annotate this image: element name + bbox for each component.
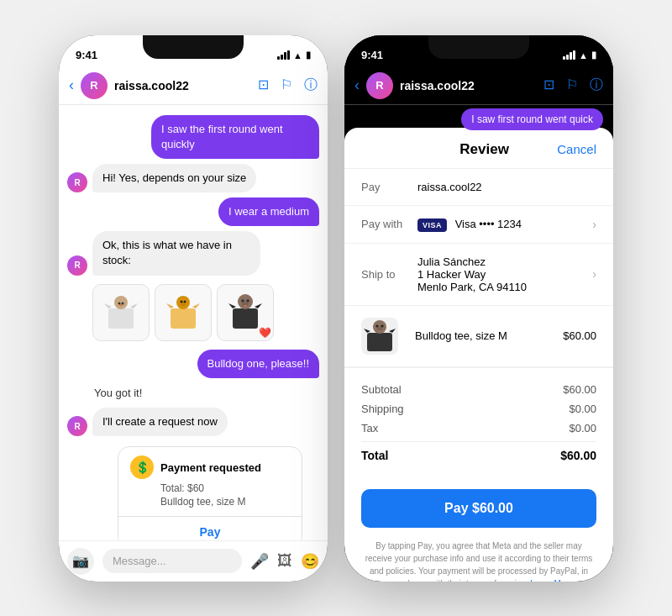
order-summary: Subtotal $60.00 Shipping $0.00 Tax $0.00 bbox=[344, 367, 613, 477]
status-icons: ▲ ▮ bbox=[563, 50, 596, 61]
sticker-icon[interactable]: 😊 bbox=[301, 552, 319, 571]
back-button[interactable]: ‹ bbox=[354, 76, 360, 94]
video-icon[interactable]: ⊡ bbox=[258, 76, 269, 94]
pay-to-value: raissa.cool22 bbox=[417, 181, 596, 193]
message-bubble: Hi! Yes, depends on your size bbox=[92, 164, 256, 192]
svg-point-4 bbox=[116, 299, 121, 303]
pay-with-row[interactable]: Pay with VISA Visa •••• 1234 › bbox=[344, 206, 613, 244]
product-thumbnail bbox=[361, 318, 398, 355]
message-bubble: I saw the first round went quickly bbox=[151, 115, 319, 159]
screen: 9:41 ▲ ▮ ‹ R raissa.cool22 bbox=[59, 35, 328, 582]
svg-marker-26 bbox=[389, 329, 396, 333]
svg-rect-9 bbox=[171, 308, 196, 329]
bar1 bbox=[277, 56, 280, 60]
back-button[interactable]: ‹ bbox=[69, 76, 74, 94]
cancel-button[interactable]: Cancel bbox=[557, 142, 596, 156]
payment-item: Bulldog tee, size M bbox=[160, 496, 290, 508]
products-row: ❤️ bbox=[67, 281, 319, 345]
flag-icon[interactable]: ⚐ bbox=[566, 76, 578, 94]
svg-point-30 bbox=[377, 327, 383, 330]
payment-card-row: 💲 Payment requested Total: $60 Bulldog t… bbox=[67, 441, 319, 540]
message-avatar: R bbox=[67, 255, 87, 276]
bar4 bbox=[287, 50, 290, 60]
payment-title-row: 💲 Payment requested bbox=[130, 455, 290, 479]
screen: 9:41 ▲ ▮ ‹ R bbox=[344, 35, 613, 582]
pay-now-button[interactable]: Pay $60.00 bbox=[361, 489, 596, 528]
bar2 bbox=[281, 55, 283, 60]
svg-marker-25 bbox=[364, 329, 370, 333]
card-number: Visa •••• 1234 bbox=[455, 218, 522, 230]
message-bubble: I wear a medium bbox=[218, 197, 319, 226]
learn-more-link[interactable]: Learn More bbox=[530, 579, 573, 582]
peeked-message-area: I saw first round went quick bbox=[344, 105, 613, 130]
info-icon[interactable]: ⓘ bbox=[590, 76, 603, 94]
photo-icon[interactable]: 🖼 bbox=[277, 552, 292, 571]
svg-point-29 bbox=[381, 324, 383, 327]
svg-point-15 bbox=[181, 303, 186, 306]
message-avatar: R bbox=[67, 172, 87, 192]
review-sheet: Review Cancel Pay raissa.cool22 Pay with… bbox=[344, 128, 613, 582]
header-icons: ⊡ ⚐ ⓘ bbox=[258, 76, 318, 94]
wifi-icon: ▲ bbox=[293, 50, 302, 61]
product-dog[interactable] bbox=[92, 284, 150, 341]
svg-point-19 bbox=[238, 294, 253, 309]
svg-marker-11 bbox=[192, 303, 200, 308]
flag-icon[interactable]: ⚐ bbox=[281, 76, 292, 94]
message-row: Bulldog one, please!! bbox=[67, 350, 319, 378]
payment-card: 💲 Payment requested Total: $60 Bulldog t… bbox=[118, 446, 302, 540]
review-header: Review Cancel bbox=[344, 128, 613, 169]
ship-to-row[interactable]: Ship to Julia Sánchez 1 Hacker Way Menlo… bbox=[344, 244, 613, 306]
mic-icon[interactable]: 🎤 bbox=[250, 552, 269, 571]
signal-bars bbox=[277, 50, 290, 60]
info-icon[interactable]: ⓘ bbox=[304, 76, 318, 94]
product-images: ❤️ bbox=[92, 281, 274, 345]
product-thumb-svg bbox=[361, 318, 398, 355]
phone-chat: 9:41 ▲ ▮ ‹ R raissa.cool22 bbox=[59, 35, 328, 582]
payment-card-body: 💲 Payment requested Total: $60 Bulldog t… bbox=[118, 447, 302, 516]
bar1 bbox=[563, 56, 565, 60]
camera-button[interactable]: 📷 bbox=[67, 548, 94, 575]
message-row: R I'll create a request now bbox=[67, 408, 319, 436]
message-bubble: I'll create a request now bbox=[92, 408, 228, 436]
message-row: I wear a medium bbox=[67, 197, 319, 226]
message-row: You got it! bbox=[67, 383, 319, 403]
total-value: $60.00 bbox=[560, 449, 596, 462]
video-icon[interactable]: ⊡ bbox=[543, 76, 554, 94]
chat-header-dark: ‹ R raissa.cool22 ⊡ ⚐ ⓘ bbox=[344, 67, 613, 105]
battery-icon: ▮ bbox=[591, 50, 596, 61]
message-input[interactable]: Message... bbox=[102, 549, 242, 573]
shipping-row: Shipping $0.00 bbox=[361, 399, 596, 419]
message-bubble: Bulldog one, please!! bbox=[197, 350, 319, 378]
avatar: R bbox=[81, 72, 108, 99]
shipping-label: Shipping bbox=[361, 403, 404, 415]
product-bulldog[interactable]: ❤️ bbox=[217, 284, 274, 341]
svg-point-21 bbox=[246, 299, 249, 303]
input-actions: 🎤 🖼 😊 bbox=[250, 552, 319, 571]
pay-button[interactable]: Pay bbox=[118, 516, 302, 540]
subtotal-row: Subtotal $60.00 bbox=[361, 380, 596, 399]
messages-area: I saw the first round went quickly R Hi!… bbox=[59, 105, 328, 540]
review-title: Review bbox=[459, 141, 509, 158]
message-row: R Hi! Yes, depends on your size bbox=[67, 164, 319, 192]
bar3 bbox=[284, 52, 286, 60]
product-golden[interactable] bbox=[155, 284, 212, 341]
ship-name: Julia Sánchez bbox=[417, 255, 582, 268]
ship-addr2: Menlo Park, CA 94110 bbox=[417, 281, 582, 293]
message-bubble: Ok, this is what we have in stock: bbox=[92, 231, 260, 275]
svg-point-3 bbox=[114, 296, 128, 309]
svg-point-5 bbox=[121, 299, 126, 303]
dog-tshirt-svg bbox=[100, 292, 142, 334]
chevron-right-icon: › bbox=[592, 218, 596, 231]
svg-rect-24 bbox=[367, 333, 392, 351]
pay-with-label: Pay with bbox=[361, 218, 407, 230]
message-avatar: R bbox=[67, 416, 87, 436]
pay-disclaimer: By tapping Pay, you agree that Meta and … bbox=[344, 534, 613, 582]
svg-rect-16 bbox=[233, 308, 258, 329]
status-icons: ▲ ▮ bbox=[277, 50, 311, 61]
pay-to-label: Pay bbox=[361, 181, 407, 193]
svg-marker-1 bbox=[104, 303, 112, 308]
svg-point-8 bbox=[119, 303, 123, 305]
subtotal-value: $60.00 bbox=[563, 383, 596, 396]
chat-header: ‹ R raissa.cool22 ⊡ ⚐ ⓘ bbox=[59, 67, 328, 105]
svg-marker-18 bbox=[255, 303, 262, 308]
